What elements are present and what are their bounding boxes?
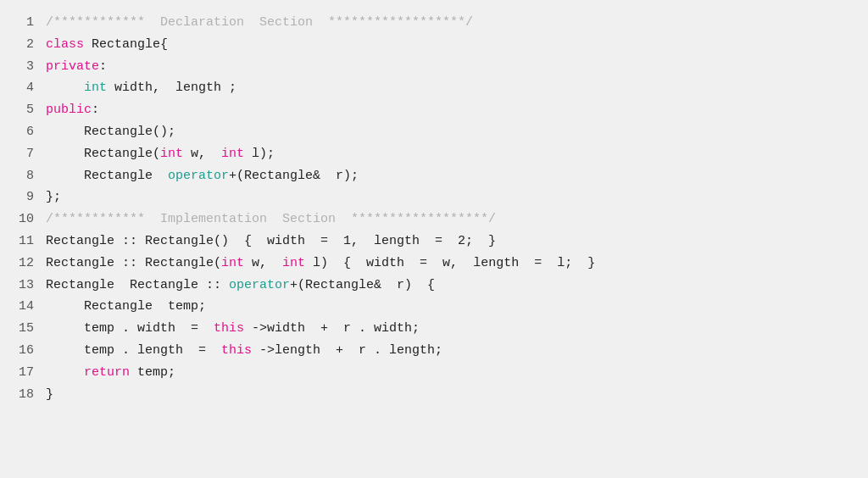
line-number: 12 — [8, 253, 34, 275]
code-text: private: — [46, 56, 107, 78]
code-text: Rectangle(int w, int l); — [46, 143, 275, 165]
code-text: Rectangle temp; — [46, 296, 206, 318]
code-segment: temp . length = — [46, 343, 221, 358]
line-number: 4 — [8, 77, 34, 99]
code-line: 7 Rectangle(int w, int l); — [0, 143, 868, 165]
line-number: 18 — [8, 384, 34, 406]
code-segment: Rectangle — [46, 169, 168, 183]
code-line: 10/************ Implementation Section *… — [0, 208, 868, 231]
code-segment: Rectangle{ — [84, 37, 168, 52]
code-line: 5public: — [0, 99, 868, 121]
line-number: 3 — [8, 56, 34, 78]
code-text: Rectangle operator+(Rectangle& r); — [46, 165, 359, 187]
code-line: 12Rectangle :: Rectangle(int w, int l) {… — [0, 253, 868, 275]
code-segment: Rectangle temp; — [46, 299, 206, 314]
code-line: 9}; — [0, 186, 868, 208]
code-segment: class — [46, 37, 84, 52]
code-text: return temp; — [46, 362, 175, 384]
code-segment: int — [282, 256, 305, 270]
code-segment: w, — [183, 147, 221, 161]
code-segment: : — [92, 103, 99, 117]
code-text: }; — [46, 186, 61, 208]
code-segment: public — [46, 103, 92, 117]
code-text: Rectangle Rectangle :: operator+(Rectang… — [46, 275, 435, 297]
code-segment: /************ Declaration Section ******… — [46, 15, 473, 30]
code-text: Rectangle :: Rectangle(int w, int l) { w… — [46, 253, 595, 275]
code-segment: temp; — [130, 365, 175, 380]
code-line: 13Rectangle Rectangle :: operator+(Recta… — [0, 275, 868, 297]
code-segment: int — [84, 81, 107, 95]
line-number: 14 — [8, 296, 34, 318]
line-number: 17 — [8, 362, 34, 384]
code-text: Rectangle(); — [46, 121, 175, 143]
code-line: 4 int width, length ; — [0, 77, 868, 99]
code-line: 2class Rectangle{ — [0, 34, 868, 56]
code-line: 18} — [0, 384, 868, 406]
code-segment: temp . width = — [46, 321, 214, 336]
code-segment: Rectangle( — [46, 147, 160, 161]
code-segment: /************ Implementation Section ***… — [46, 212, 496, 226]
code-segment: +(Rectangle& r); — [229, 169, 359, 183]
line-number: 8 — [8, 165, 34, 187]
code-segment — [46, 81, 84, 95]
code-segment: Rectangle :: Rectangle() { width = 1, le… — [46, 234, 496, 248]
line-number: 10 — [8, 208, 34, 231]
code-segment: l) { width = w, length = l; } — [305, 256, 595, 270]
code-text: temp . length = this ->length + r . leng… — [46, 340, 442, 362]
code-line: 1/************ Declaration Section *****… — [0, 12, 868, 34]
code-text: class Rectangle{ — [46, 34, 168, 56]
code-segment: this — [221, 343, 252, 358]
code-segment: int — [221, 256, 244, 270]
code-line: 15 temp . width = this ->width + r . wid… — [0, 318, 868, 340]
line-number: 2 — [8, 34, 34, 56]
code-segment: this — [214, 321, 244, 336]
line-number: 16 — [8, 340, 34, 362]
code-segment: }; — [46, 190, 61, 204]
code-segment: private — [46, 59, 99, 74]
code-text: /************ Declaration Section ******… — [46, 12, 473, 34]
code-segment: Rectangle :: Rectangle( — [46, 256, 221, 270]
line-number: 13 — [8, 275, 34, 297]
line-number: 15 — [8, 318, 34, 340]
code-text: } — [46, 384, 53, 406]
code-segment: operator — [229, 278, 290, 292]
code-line: 3private: — [0, 56, 868, 78]
code-line: 14 Rectangle temp; — [0, 296, 868, 318]
code-segment: Rectangle Rectangle :: — [46, 278, 229, 292]
code-segment: return — [84, 365, 130, 380]
code-line: 8 Rectangle operator+(Rectangle& r); — [0, 165, 868, 187]
line-number: 7 — [8, 143, 34, 165]
code-segment: int — [160, 147, 183, 161]
line-number: 6 — [8, 121, 34, 143]
code-text: public: — [46, 99, 99, 121]
code-segment: width, length ; — [107, 81, 236, 95]
line-number: 1 — [8, 12, 34, 34]
code-line: 6 Rectangle(); — [0, 121, 868, 143]
code-text: temp . width = this ->width + r . width; — [46, 318, 420, 340]
code-text: /************ Implementation Section ***… — [46, 208, 496, 231]
code-line: 16 temp . length = this ->length + r . l… — [0, 340, 868, 362]
code-line: 17 return temp; — [0, 362, 868, 384]
code-segment: ->width + r . width; — [244, 321, 420, 336]
code-segment: ->length + r . length; — [252, 343, 442, 358]
code-segment: l); — [244, 147, 275, 161]
code-editor: 1/************ Declaration Section *****… — [0, 8, 868, 409]
line-number: 11 — [8, 231, 34, 253]
code-segment: w, — [244, 256, 282, 270]
code-text: int width, length ; — [46, 77, 236, 99]
code-segment: : — [99, 59, 107, 74]
code-segment: operator — [168, 169, 229, 183]
code-segment: +(Rectangle& r) { — [290, 278, 435, 292]
code-text: Rectangle :: Rectangle() { width = 1, le… — [46, 231, 496, 253]
code-segment: } — [46, 387, 53, 402]
code-line: 11Rectangle :: Rectangle() { width = 1, … — [0, 231, 868, 253]
code-segment: int — [221, 147, 244, 161]
line-number: 5 — [8, 99, 34, 121]
code-segment — [46, 365, 84, 380]
code-segment: Rectangle(); — [46, 125, 175, 139]
line-number: 9 — [8, 186, 34, 208]
